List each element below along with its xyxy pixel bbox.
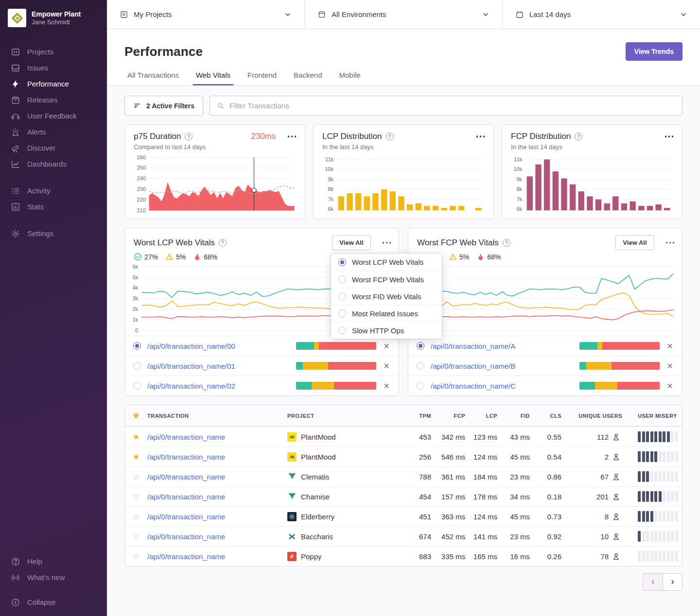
radio-button[interactable] <box>417 342 424 350</box>
transaction-link[interactable]: /api/0/transaction_name/02 <box>147 382 235 390</box>
transaction-link[interactable]: /api/0/transaction_name <box>147 532 287 541</box>
sidebar-item-discover[interactable]: Discover <box>0 140 107 156</box>
star-icon[interactable]: ☆ <box>132 513 140 521</box>
close-icon[interactable]: × <box>666 381 674 391</box>
star-icon[interactable]: ☆ <box>132 473 140 481</box>
view-all-button[interactable]: View All <box>332 235 370 250</box>
worst-fcp-chart[interactable]: 01k2k3k4k5k6k <box>412 262 675 333</box>
column-header-user-misery[interactable]: USER MISERY <box>625 413 682 419</box>
help-icon[interactable]: ? <box>185 133 192 140</box>
close-icon[interactable]: × <box>666 341 674 351</box>
transaction-link[interactable]: /api/0/transaction_name/B <box>431 362 515 370</box>
tab-web-vitals[interactable]: Web Vitals <box>196 71 230 85</box>
sidebar-item-user-feedback[interactable]: User Feedback <box>0 108 107 124</box>
sidebar-item-what-s-new[interactable]: What’s new <box>0 569 107 585</box>
help-icon[interactable]: ? <box>386 133 394 140</box>
active-filters-button[interactable]: 2 Active Filters <box>124 96 203 116</box>
tab-mobile[interactable]: Mobile <box>339 71 360 85</box>
star-icon[interactable]: ★ <box>132 453 140 461</box>
transaction-link[interactable]: /api/0/transaction_name <box>147 453 287 461</box>
column-header-project[interactable]: PROJECT <box>287 413 401 419</box>
transaction-link[interactable]: /api/0/transaction_name <box>147 552 287 561</box>
menu-item-worst-fid-web-vitals[interactable]: Worst FID Web Vitals <box>331 288 442 305</box>
sidebar-item-collapse[interactable]: Collapse <box>0 594 107 610</box>
help-icon[interactable]: ? <box>575 133 582 140</box>
radio-button[interactable] <box>417 382 424 390</box>
next-page-button[interactable] <box>663 574 682 590</box>
check-circle-icon <box>134 253 142 261</box>
close-icon[interactable]: × <box>666 361 674 371</box>
svg-text:0: 0 <box>135 327 138 333</box>
close-icon[interactable]: × <box>383 341 390 351</box>
transaction-link[interactable]: /api/0/transaction_name/01 <box>147 362 235 370</box>
sidebar-item-stats[interactable]: Stats <box>0 199 107 215</box>
transaction-link[interactable]: /api/0/transaction_name/A <box>431 342 515 350</box>
transaction-link[interactable]: /api/0/transaction_name <box>147 473 287 481</box>
sidebar-item-projects[interactable]: Projects <box>0 44 107 60</box>
transaction-link[interactable]: /api/0/transaction_name <box>147 433 287 441</box>
org-switcher[interactable]: Empower Plant Jane Schmidt <box>0 0 107 30</box>
sidebar-item-activity[interactable]: Activity <box>0 183 107 199</box>
star-icon[interactable]: ★ <box>132 433 140 441</box>
fcp-distribution-chart[interactable]: 6k7k8k9k10k11k <box>511 154 673 213</box>
column-header-unique-users[interactable]: UNIQUE USERS <box>564 413 625 419</box>
sidebar-item-label: Releases <box>27 96 58 104</box>
radio-button[interactable] <box>133 362 141 370</box>
star-icon[interactable]: ☆ <box>132 532 140 541</box>
tab-all-transactions[interactable]: All Transactions <box>127 71 179 85</box>
search-input[interactable] <box>229 102 675 110</box>
column-header-tpm[interactable]: TPM <box>401 413 434 419</box>
more-options-icon[interactable] <box>476 134 485 139</box>
column-header-cls[interactable]: CLS <box>533 413 564 419</box>
project-selector[interactable]: My Projects <box>107 0 304 29</box>
column-header-fid[interactable]: FID <box>500 413 533 419</box>
help-icon[interactable]: ? <box>219 239 227 247</box>
transaction-link[interactable]: /api/0/transaction_name <box>147 493 287 501</box>
more-options-icon[interactable] <box>665 134 674 139</box>
radio-button[interactable] <box>133 382 141 390</box>
view-trends-button[interactable]: View Trends <box>626 42 682 61</box>
project-cell: Clematis <box>287 472 401 481</box>
transaction-link[interactable]: /api/0/transaction_name <box>147 513 287 521</box>
p75-duration-chart[interactable]: 210220230240250260 <box>134 154 296 213</box>
sidebar-item-alerts[interactable]: Alerts <box>0 124 107 140</box>
radio-button[interactable] <box>417 362 424 370</box>
close-icon[interactable]: × <box>383 381 390 391</box>
tab-backend[interactable]: Backend <box>294 71 322 85</box>
sidebar-item-issues[interactable]: Issues <box>0 60 107 76</box>
environment-selector[interactable]: All Environments <box>304 0 502 29</box>
menu-item-worst-lcp-web-vitals[interactable]: Worst LCP Web Vitals <box>331 254 442 271</box>
column-header-lcp[interactable]: LCP <box>468 413 500 419</box>
column-header-transaction[interactable]: TRANSACTION <box>147 413 287 419</box>
help-icon[interactable]: ? <box>503 239 510 247</box>
sidebar-item-performance[interactable]: Performance <box>0 76 107 92</box>
transaction-link[interactable]: /api/0/transaction_name/00 <box>147 342 235 350</box>
user-icon <box>612 473 620 481</box>
badge-value: 27% <box>144 253 158 261</box>
close-icon[interactable]: × <box>383 361 390 371</box>
star-icon[interactable]: ☆ <box>132 493 140 501</box>
sidebar-item-settings[interactable]: Settings <box>0 225 107 241</box>
more-options-icon[interactable] <box>383 240 391 246</box>
transactions-table: ★TRANSACTIONPROJECTTPMFCPLCPFIDCLSUNIQUE… <box>124 405 682 566</box>
user-icon <box>612 453 620 461</box>
star-icon[interactable]: ★ <box>132 411 140 420</box>
sidebar-item-releases[interactable]: Releases <box>0 92 107 108</box>
previous-page-button[interactable] <box>643 574 663 590</box>
transaction-link[interactable]: /api/0/transaction_name/C <box>431 382 516 390</box>
tab-frontend[interactable]: Frontend <box>247 71 277 85</box>
star-icon[interactable]: ☆ <box>132 552 140 561</box>
menu-item-slow-http-ops[interactable]: Slow HTTP Ops <box>331 322 442 339</box>
sidebar-item-help[interactable]: Help <box>0 553 107 569</box>
more-options-icon[interactable] <box>288 134 297 139</box>
menu-item-most-related-issues[interactable]: Most Related Issues <box>331 305 442 322</box>
lcp-distribution-chart[interactable]: 6k7k8k9k10k11k <box>322 154 485 213</box>
column-header-fcp[interactable]: FCP <box>434 413 468 419</box>
menu-item-worst-fcp-web-vitals[interactable]: Worst FCP Web Vitals <box>331 271 442 288</box>
more-options-icon[interactable] <box>666 240 675 246</box>
sidebar-item-dashboards[interactable]: Dashboards <box>0 156 107 172</box>
view-all-button[interactable]: View All <box>615 235 654 250</box>
lcp-value: 141 ms <box>468 532 500 541</box>
date-range-selector[interactable]: Last 14 days <box>502 0 700 29</box>
radio-button[interactable] <box>133 342 141 350</box>
